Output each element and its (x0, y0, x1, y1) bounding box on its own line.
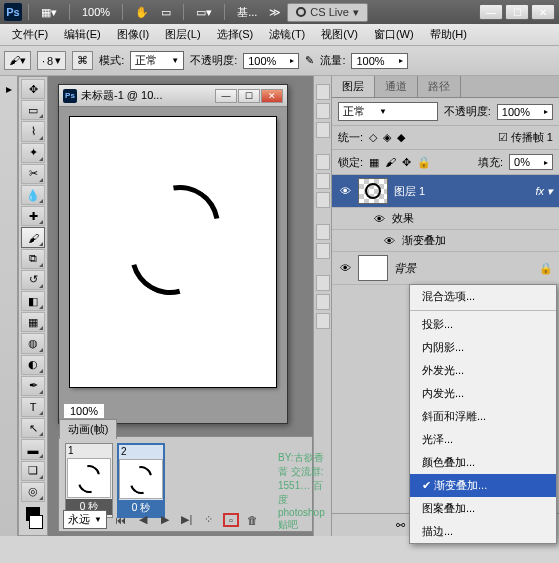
link-icon[interactable]: ⚯ (391, 518, 409, 532)
mi-bevel[interactable]: 斜面和浮雕... (410, 405, 556, 428)
mini-panel-4[interactable] (316, 154, 330, 170)
view-icon[interactable]: ▭ (155, 4, 177, 21)
blend-mode-dropdown[interactable]: 正常▼ (130, 51, 184, 70)
cslive-button[interactable]: CS Live▾ (287, 3, 368, 22)
path-tool[interactable]: ↖ (21, 418, 45, 438)
background-color[interactable] (29, 515, 43, 529)
mini-panel-6[interactable] (316, 192, 330, 208)
workspace-label[interactable]: 基... (231, 3, 263, 22)
lasso-tool[interactable]: ⌇ (21, 121, 45, 141)
move-tool[interactable]: ✥ (21, 79, 45, 99)
brush-tool[interactable]: 🖌 (21, 227, 45, 247)
mini-panel-10[interactable] (316, 294, 330, 310)
pen-tool[interactable]: ✒ (21, 376, 45, 396)
hand-icon[interactable]: ✋ (129, 4, 155, 21)
brush-panel-toggle[interactable]: ⌘ (72, 51, 93, 70)
tab-layers[interactable]: 图层 (332, 76, 375, 97)
type-tool[interactable]: T (21, 397, 45, 417)
shape-tool[interactable]: ▬ (21, 439, 45, 459)
new-frame-button[interactable]: ▫ (223, 513, 239, 527)
crop-tool[interactable]: ✂ (21, 164, 45, 184)
minimize-button[interactable]: — (479, 4, 503, 20)
lock-transparent-icon[interactable]: ▦ (369, 156, 379, 169)
menu-image[interactable]: 图像(I) (109, 25, 157, 44)
flow-input[interactable]: 100%▸ (351, 53, 407, 69)
mi-gradient-overlay[interactable]: ✔ 渐变叠加... (410, 474, 556, 497)
mi-inner-glow[interactable]: 内发光... (410, 382, 556, 405)
tab-paths[interactable]: 路径 (418, 76, 461, 97)
play-button[interactable]: ▶ (157, 513, 173, 527)
zoom-level[interactable]: 100% (76, 4, 116, 20)
unify-icon-3[interactable]: ◆ (397, 131, 405, 144)
gradient-tool[interactable]: ▦ (21, 312, 45, 332)
unify-icon-2[interactable]: ◈ (383, 131, 391, 144)
layer-1[interactable]: 👁 图层 1 fx ▾ (332, 175, 559, 208)
unify-icon-1[interactable]: ◇ (369, 131, 377, 144)
visibility-icon[interactable]: 👁 (372, 213, 386, 225)
menu-help[interactable]: 帮助(H) (422, 25, 475, 44)
visibility-icon[interactable]: 👁 (338, 185, 352, 197)
mi-pattern-overlay[interactable]: 图案叠加... (410, 497, 556, 520)
maximize-button[interactable]: ☐ (505, 4, 529, 20)
layer-background[interactable]: 👁 背景 🔒 (332, 252, 559, 285)
doc-maximize[interactable]: ☐ (238, 89, 260, 103)
blur-tool[interactable]: ◍ (21, 333, 45, 353)
mi-blending[interactable]: 混合选项... (410, 285, 556, 308)
lock-all-icon[interactable]: 🔒 (417, 156, 431, 169)
frame-1[interactable]: 1 0 秒 (65, 443, 113, 518)
wand-tool[interactable]: ✦ (21, 143, 45, 163)
loop-dropdown[interactable]: 永远▼ (63, 510, 107, 529)
visibility-icon[interactable]: 👁 (338, 262, 352, 274)
mi-drop-shadow[interactable]: 投影... (410, 313, 556, 336)
mini-panel-2[interactable] (316, 103, 330, 119)
close-button[interactable]: ✕ (531, 4, 555, 20)
animation-tab[interactable]: 动画(帧) (59, 419, 117, 439)
mi-inner-shadow[interactable]: 内阴影... (410, 336, 556, 359)
visibility-icon[interactable]: 👁 (382, 235, 396, 247)
next-frame-button[interactable]: ▶| (179, 513, 195, 527)
menu-file[interactable]: 文件(F) (4, 25, 56, 44)
menu-view[interactable]: 视图(V) (313, 25, 366, 44)
mi-outer-glow[interactable]: 外发光... (410, 359, 556, 382)
mini-panel-9[interactable] (316, 275, 330, 291)
camera-tool[interactable]: ◎ (21, 482, 45, 502)
expand-icon[interactable]: ≫ (263, 4, 287, 21)
tool-preset[interactable]: 🖌▾ (4, 51, 31, 70)
mini-panel-5[interactable] (316, 173, 330, 189)
lock-position-icon[interactable]: ✥ (402, 156, 411, 169)
mini-panel-3[interactable] (316, 122, 330, 138)
doc-close[interactable]: ✕ (261, 89, 283, 103)
mi-color-overlay[interactable]: 颜色叠加... (410, 451, 556, 474)
layer-fill[interactable]: 0%▸ (509, 154, 553, 170)
screen-mode-icon[interactable]: ▭▾ (190, 4, 218, 21)
menu-layer[interactable]: 图层(L) (157, 25, 208, 44)
mini-panel-1[interactable] (316, 84, 330, 100)
mini-panel-8[interactable] (316, 243, 330, 259)
history-brush-tool[interactable]: ↺ (21, 270, 45, 290)
layer-gradient-overlay[interactable]: 👁 渐变叠加 (332, 230, 559, 252)
opacity-input[interactable]: 100%▸ (243, 53, 299, 69)
mi-satin[interactable]: 光泽... (410, 428, 556, 451)
3d-tool[interactable]: ❏ (21, 461, 45, 481)
canvas[interactable] (70, 117, 276, 387)
tablet-opacity-icon[interactable]: ✎ (305, 54, 314, 67)
frame-2[interactable]: 2 0 秒 (117, 443, 165, 518)
marquee-tool[interactable]: ▭ (21, 100, 45, 120)
layer-blend-mode[interactable]: 正常▼ (338, 102, 438, 121)
layer-opacity[interactable]: 100%▸ (497, 104, 553, 120)
menu-filter[interactable]: 滤镜(T) (261, 25, 313, 44)
mini-panel-7[interactable] (316, 224, 330, 240)
propagate-label[interactable]: 传播帧 1 (511, 131, 553, 143)
tab-channels[interactable]: 通道 (375, 76, 418, 97)
doc-minimize[interactable]: — (215, 89, 237, 103)
menu-select[interactable]: 选择(S) (209, 25, 262, 44)
dodge-tool[interactable]: ◐ (21, 355, 45, 375)
tween-button[interactable]: ⁘ (201, 513, 217, 527)
first-frame-button[interactable]: ⏮ (113, 513, 129, 527)
brush-size[interactable]: ·8▾ (37, 51, 66, 70)
collapse-icon[interactable]: ▸ (2, 80, 16, 98)
bridge-icon[interactable]: ▦▾ (35, 4, 63, 21)
eraser-tool[interactable]: ◧ (21, 291, 45, 311)
heal-tool[interactable]: ✚ (21, 206, 45, 226)
menu-window[interactable]: 窗口(W) (366, 25, 422, 44)
